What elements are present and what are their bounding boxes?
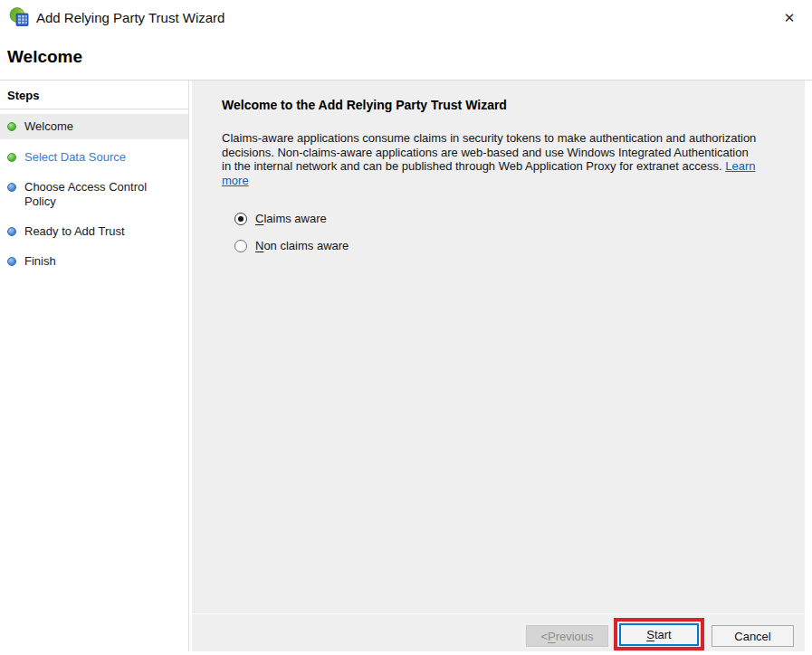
radio-claims-aware[interactable]: Claims aware — [234, 212, 327, 225]
previous-button[interactable]: < Previous — [526, 625, 608, 647]
start-button-highlight: Start — [614, 618, 704, 650]
adfs-trust-icon — [9, 7, 31, 27]
wizard-window: Add Relying Party Trust Wizard ✕ Welcome… — [0, 0, 812, 655]
step-bullet-green-icon — [7, 122, 16, 131]
description-text: Claims-aware applications consume claims… — [222, 131, 756, 173]
step-bullet-green-icon — [7, 153, 16, 162]
step-bullet-blue-icon — [7, 257, 16, 266]
content-heading: Welcome to the Add Relying Party Trust W… — [222, 98, 507, 112]
step-label: Finish — [24, 254, 56, 269]
step-item-select-data-source[interactable]: Select Data Source — [0, 146, 188, 169]
title-bar: Add Relying Party Trust Wizard ✕ — [0, 0, 812, 36]
step-item-finish[interactable]: Finish — [0, 250, 188, 273]
step-bullet-blue-icon — [7, 183, 16, 192]
step-label: Welcome — [24, 119, 73, 134]
content-description: Claims-aware applications consume claims… — [222, 131, 758, 187]
radio-label: Non claims aware — [255, 239, 349, 252]
button-bar: < Previous Start Cancel — [192, 613, 805, 651]
wizard-body: Steps Welcome Select Data Source Choose … — [0, 80, 812, 651]
close-icon[interactable]: ✕ — [776, 5, 803, 31]
step-label: Select Data Source — [24, 150, 126, 165]
radio-label: Claims aware — [255, 212, 327, 225]
page-title: Welcome — [7, 47, 82, 67]
step-item-welcome[interactable]: Welcome — [0, 114, 188, 139]
steps-header: Steps — [0, 81, 188, 109]
step-bullet-blue-icon — [7, 227, 16, 236]
step-label: Choose Access Control Policy — [24, 180, 167, 209]
step-label: Ready to Add Trust — [24, 224, 125, 239]
step-item-choose-access-control-policy[interactable]: Choose Access Control Policy — [0, 176, 188, 214]
cancel-button[interactable]: Cancel — [712, 625, 794, 647]
radio-unselected-icon — [234, 240, 247, 252]
radio-selected-icon — [234, 213, 247, 225]
radio-non-claims-aware[interactable]: Non claims aware — [234, 239, 349, 252]
window-title: Add Relying Party Trust Wizard — [36, 10, 224, 25]
start-button[interactable]: Start — [619, 623, 699, 646]
steps-panel: Steps Welcome Select Data Source Choose … — [0, 81, 189, 651]
step-item-ready-to-add-trust[interactable]: Ready to Add Trust — [0, 220, 188, 243]
content-pane: Welcome to the Add Relying Party Trust W… — [192, 81, 805, 651]
